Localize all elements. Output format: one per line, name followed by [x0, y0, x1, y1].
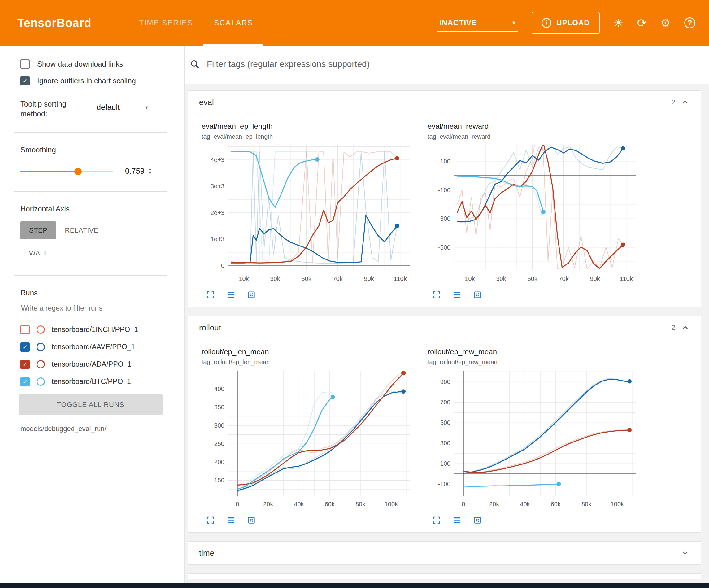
run-checkbox[interactable]: ✓	[21, 377, 30, 386]
run-color-circle	[36, 378, 45, 386]
data-table-icon[interactable]	[452, 290, 462, 300]
svg-text:-500: -500	[438, 244, 450, 251]
chart-canvas[interactable]: 10k30k50k70k90k110k-500-300-100100	[427, 141, 641, 288]
chart-canvas[interactable]: 10k30k50k70k90k110k01e+32e+33e+34e+3	[202, 141, 415, 288]
svg-text:100k: 100k	[385, 501, 398, 508]
data-table-icon[interactable]	[226, 290, 236, 300]
fit-domain-icon[interactable]	[473, 290, 482, 300]
collapse-chevron-up-icon[interactable]	[681, 98, 689, 106]
chart-canvas[interactable]: 020k40k60k80k100k-100100300500700900	[427, 366, 641, 513]
tooltip-sorting-row: Tooltip sorting method: default ▾	[21, 99, 176, 119]
svg-text:30k: 30k	[496, 275, 506, 282]
svg-text:50k: 50k	[527, 275, 537, 282]
svg-text:-100: -100	[438, 481, 450, 487]
run-item[interactable]: ✓ tensorboard/ADA/PPO_1	[21, 360, 176, 369]
chart-title: rollout/ep_rew_mean	[427, 348, 641, 356]
run-checkbox[interactable]: ✓	[21, 360, 30, 369]
section-header-time[interactable]: time	[188, 541, 701, 564]
chart-title: rollout/ep_len_mean	[202, 348, 415, 356]
svg-text:-100: -100	[438, 187, 450, 194]
run-item[interactable]: tensorboard/1INCH/PPO_1	[21, 325, 176, 334]
help-icon[interactable]: ?	[684, 17, 695, 28]
run-name: tensorboard/ADA/PPO_1	[52, 360, 131, 368]
runs-filter-input[interactable]	[21, 301, 126, 316]
svg-text:70k: 70k	[333, 275, 343, 282]
run-item[interactable]: ✓ tensorboard/AAVE/PPO_1	[21, 342, 176, 352]
smoothing-label: Smoothing	[21, 146, 176, 154]
section-header-rollout[interactable]: rollout 2	[188, 316, 701, 339]
collapse-chevron-up-icon[interactable]	[681, 323, 689, 332]
chart-rollout-ep-len-mean: rollout/ep_len_mean tag: rollout/ep_len_…	[202, 348, 415, 525]
svg-text:150: 150	[214, 477, 225, 484]
settings-icon[interactable]: ⚙	[660, 17, 671, 29]
run-name: tensorboard/1INCH/PPO_1	[52, 326, 138, 334]
expand-chart-icon[interactable]	[206, 515, 215, 525]
collapse-chevron-down-icon[interactable]	[681, 549, 689, 557]
fit-domain-icon[interactable]	[247, 290, 256, 300]
search-icon	[189, 59, 200, 69]
svg-text:700: 700	[440, 399, 450, 406]
window-bottom-edge	[0, 583, 709, 588]
tab-time-series[interactable]: TIME SERIES	[129, 0, 203, 46]
svg-text:80k: 80k	[581, 501, 592, 508]
run-name: tensorboard/BTC/PPO_1	[52, 378, 131, 386]
section-card-rollout: rollout 2 rollout/ep_len_mean tag: rollo…	[188, 316, 701, 533]
fit-domain-icon[interactable]	[247, 515, 256, 525]
fit-domain-icon[interactable]	[473, 515, 482, 525]
stepper-down-icon[interactable]: ▼	[148, 171, 152, 175]
filter-tags-input[interactable]	[206, 59, 700, 69]
expand-chart-icon[interactable]	[432, 290, 441, 300]
tooltip-sorting-dropdown[interactable]: default ▾	[96, 101, 149, 115]
data-table-icon[interactable]	[452, 515, 462, 525]
axis-step-button[interactable]: STEP	[21, 222, 56, 239]
run-item[interactable]: ✓ tensorboard/BTC/PPO_1	[21, 377, 176, 386]
chart-title: eval/mean_reward	[427, 122, 641, 131]
expand-chart-icon[interactable]	[206, 290, 215, 300]
svg-text:30k: 30k	[270, 275, 280, 282]
brightness-icon[interactable]: ☀	[613, 17, 624, 29]
chart-tag: tag: rollout/ep_len_mean	[202, 359, 415, 366]
status-dropdown[interactable]: INACTIVE ▾	[437, 15, 518, 32]
chart-eval-mean-reward: eval/mean_reward tag: eval/mean_reward 1…	[427, 122, 641, 300]
upload-button-label: UPLOAD	[556, 19, 589, 27]
smoothing-input[interactable]: 0.759 ▲ ▼	[124, 165, 153, 178]
svg-text:3e+3: 3e+3	[211, 183, 225, 189]
ignore-outliers-checkbox[interactable]: ✓ Ignore outliers in chart scaling	[21, 76, 176, 85]
chevron-down-icon: ▾	[513, 19, 516, 26]
run-color-circle	[36, 360, 45, 368]
app-title: TensorBoard	[17, 0, 91, 46]
svg-text:-300: -300	[438, 215, 450, 222]
section-title: time	[199, 548, 214, 558]
run-checkbox[interactable]: ✓	[21, 342, 30, 352]
filter-tags-band	[185, 46, 709, 84]
svg-text:60k: 60k	[325, 501, 335, 508]
chart-canvas[interactable]: 020k40k60k80k100k150200250300350400	[202, 366, 415, 513]
svg-text:90k: 90k	[590, 275, 600, 282]
run-checkbox[interactable]	[21, 325, 30, 334]
show-download-links-checkbox[interactable]: Show data download links	[21, 59, 176, 69]
upload-button[interactable]: i UPLOAD	[532, 12, 599, 34]
run-color-circle	[36, 343, 45, 351]
expand-chart-icon[interactable]	[432, 515, 441, 525]
stepper-icon[interactable]: ▲ ▼	[148, 167, 152, 176]
axis-relative-button[interactable]: RELATIVE	[56, 222, 107, 239]
tooltip-sorting-label: Tooltip sorting method:	[21, 99, 82, 119]
runs-label: Runs	[21, 288, 176, 297]
svg-text:110k: 110k	[394, 275, 407, 282]
run-color-circle	[36, 326, 45, 334]
data-table-icon[interactable]	[226, 515, 236, 525]
smoothing-slider-knob[interactable]	[74, 168, 82, 175]
smoothing-slider[interactable]	[21, 171, 113, 172]
svg-text:200: 200	[214, 459, 225, 465]
toggle-all-runs-button[interactable]: TOGGLE ALL RUNS	[19, 394, 162, 415]
run-name: tensorboard/AAVE/PPO_1	[52, 343, 135, 351]
stepper-up-icon[interactable]: ▲	[148, 167, 152, 171]
axis-wall-button[interactable]: WALL	[21, 244, 57, 262]
runs-directory-label: models/debugged_eval_run/	[21, 425, 176, 433]
section-header-eval[interactable]: eval 2	[188, 91, 701, 113]
tab-scalars[interactable]: SCALARS	[203, 0, 263, 46]
svg-text:0: 0	[236, 501, 239, 508]
svg-text:110k: 110k	[620, 275, 633, 282]
chart-tag: tag: eval/mean_reward	[427, 133, 641, 140]
refresh-icon[interactable]: ⟳	[637, 17, 647, 29]
